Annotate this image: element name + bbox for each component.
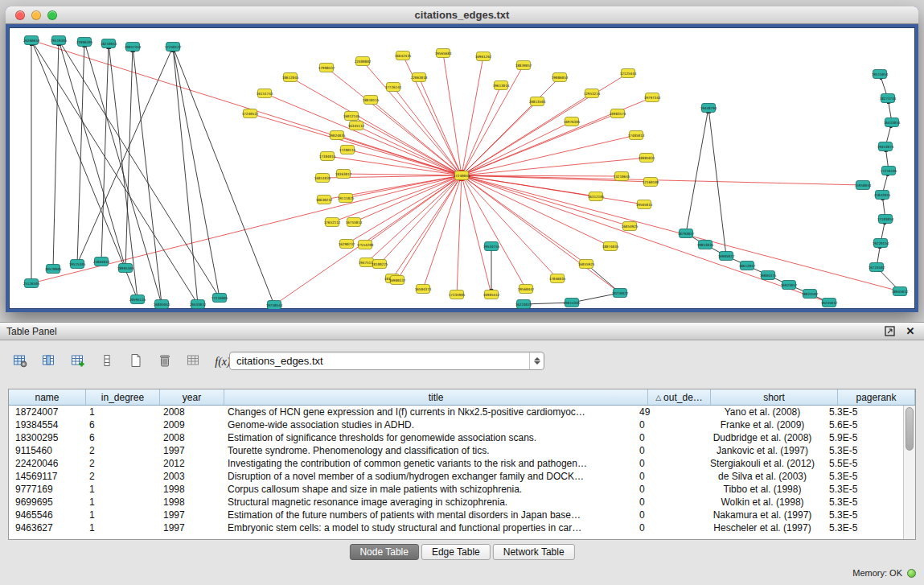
rows-button[interactable] [97, 352, 117, 372]
graph-node[interactable]: 19245012 [821, 299, 838, 307]
table-row[interactable]: 946554611997Estimation of the future num… [9, 509, 903, 521]
column-header-out_degree[interactable]: △out_de… [648, 389, 711, 405]
graph-node[interactable]: 22400802 [355, 57, 372, 66]
graph-node[interactable]: 18839057 [515, 61, 532, 70]
tab-edge-table[interactable]: Edge Table [421, 544, 491, 560]
column-header-short[interactable]: short [711, 389, 838, 405]
graph-node[interactable]: 20570905 [45, 265, 62, 274]
graph-node[interactable]: 16151743 [257, 89, 273, 98]
graph-node[interactable]: 19613014 [493, 81, 510, 90]
graph-node[interactable]: 16224035 [515, 300, 532, 309]
graph-node[interactable]: 17652112 [324, 218, 341, 227]
graph-node[interactable]: 18210043 [101, 39, 117, 48]
graph-node[interactable]: 19853035 [697, 241, 714, 249]
table-edit-button[interactable] [68, 352, 88, 372]
graph-node[interactable]: 18010115 [363, 96, 380, 105]
graph-node[interactable]: 16504373 [415, 285, 432, 294]
graph-node[interactable]: 17216105 [881, 167, 897, 175]
graph-node[interactable]: 16905412 [483, 290, 500, 299]
graph-node[interactable]: 16055925 [578, 260, 595, 269]
graph-node[interactable]: 18995305 [117, 264, 134, 273]
graph-node[interactable]: 18363017 [335, 170, 352, 179]
graph-node[interactable]: 17335905 [449, 290, 466, 299]
network-selector[interactable]: citations_edges.txt [229, 352, 544, 370]
table-row[interactable]: 946362711997Embryonic stem cells: a mode… [9, 521, 903, 534]
graph-node[interactable]: 16900337 [389, 276, 406, 285]
graph-node[interactable]: 16290737 [339, 240, 355, 249]
graph-node[interactable]: 16433054 [884, 118, 901, 127]
graph-node[interactable]: 17240122 [165, 43, 182, 51]
network-graph[interactable]: 1724004118612045179984372240080216642435… [9, 27, 915, 309]
graph-node[interactable]: 19448794 [700, 104, 717, 113]
graph-node[interactable]: 16851035 [314, 174, 331, 183]
window-titlebar[interactable]: citations_edges.txt [6, 6, 918, 24]
graph-node[interactable]: 18793057 [678, 229, 695, 238]
graph-node[interactable]: 12125443 [620, 69, 637, 78]
graph-node[interactable]: 16724502 [869, 263, 885, 272]
column-header-in_degree[interactable]: in_degree [86, 389, 160, 405]
table-columns-button[interactable] [39, 352, 60, 372]
graph-node[interactable]: 20814305 [564, 299, 581, 307]
graph-node[interactable]: 18985031 [639, 154, 655, 163]
close-panel-icon[interactable]: ✕ [905, 326, 916, 337]
tab-node-table[interactable]: Node Table [349, 544, 419, 560]
column-header-pagerank[interactable]: pagerank [838, 389, 915, 405]
graph-node[interactable]: 15958044 [855, 181, 872, 190]
graph-node[interactable]: 16961262 [475, 52, 492, 61]
scrollbar-thumb[interactable] [906, 407, 914, 451]
graph-node[interactable]: 19453074 [877, 142, 894, 151]
vertical-scrollbar[interactable] [903, 406, 915, 539]
graph-node[interactable]: 12160108 [643, 178, 659, 187]
graph-node[interactable]: 17216905 [211, 294, 228, 303]
graph-node[interactable]: 18100225 [372, 260, 388, 269]
table-row[interactable]: 2242004622012Investigating the contribut… [9, 457, 903, 470]
new-document-button[interactable] [125, 352, 146, 372]
graph-node[interactable]: 19024035 [329, 131, 346, 140]
table-settings-button[interactable] [10, 352, 31, 372]
graph-node[interactable]: 18273744 [880, 94, 897, 103]
graph-node[interactable]: 20595135 [129, 295, 146, 304]
graph-node[interactable]: 19515054 [872, 70, 889, 79]
tab-network-table[interactable]: Network Table [493, 544, 575, 560]
graph-node[interactable]: 16345112 [348, 122, 365, 130]
graph-node[interactable]: 16054925 [622, 222, 639, 231]
graph-node[interactable]: 13210645 [614, 172, 630, 181]
graph-node[interactable]: 19515305 [69, 260, 86, 269]
graph-node[interactable]: 17726141 [385, 83, 402, 92]
graph-node[interactable]: 19565683 [435, 49, 452, 58]
graph-node[interactable]: 19519305 [51, 36, 68, 45]
graph-node[interactable]: 17240522 [242, 109, 259, 118]
graph-node[interactable]: 26260650 [23, 36, 40, 45]
graph-node[interactable]: 17103054 [877, 215, 894, 224]
graph-node[interactable]: 20433012 [190, 300, 207, 309]
graph-node[interactable]: 18612057 [739, 262, 756, 270]
float-panel-icon[interactable] [884, 326, 895, 337]
graph-node[interactable]: 17384015 [319, 152, 336, 161]
column-header-year[interactable]: year [160, 389, 224, 405]
graph-node[interactable]: 17200115 [339, 146, 356, 154]
graph-node[interactable]: 21906305 [76, 38, 93, 47]
graph-node[interactable]: 16923057 [781, 281, 798, 290]
table-row[interactable]: 1830029562008Estimation of significance … [9, 431, 903, 444]
graph-node[interactable]: 17846035 [549, 274, 566, 283]
graph-node[interactable]: 16312105 [588, 192, 605, 201]
graph-node[interactable]: 17240041 [454, 171, 470, 180]
graph-node[interactable]: 19750543 [266, 301, 283, 310]
import-table-button[interactable] [183, 352, 204, 372]
graph-node[interactable]: 16012145 [343, 112, 360, 121]
graph-node[interactable]: 16805043 [154, 300, 170, 309]
graph-node[interactable]: 17554208 [357, 241, 374, 249]
graph-node[interactable]: 16905022 [718, 252, 735, 261]
graph-node[interactable]: 20813503 [529, 97, 546, 106]
graph-node[interactable]: 18612045 [282, 73, 299, 82]
graph-node[interactable]: 16976305 [564, 117, 581, 126]
network-canvas[interactable]: 1724004118612045179984372240080216642435… [6, 24, 918, 312]
graph-node[interactable]: 19804375 [760, 271, 777, 280]
column-header-name[interactable]: name [9, 389, 86, 405]
graph-node[interactable]: 19797343 [644, 93, 661, 102]
graph-node[interactable]: 18945012 [892, 287, 909, 296]
graph-node[interactable]: 18074035 [602, 242, 619, 251]
graph-node[interactable]: 19560447 [518, 285, 535, 294]
graph-node[interactable]: 19220154 [873, 239, 889, 248]
graph-node[interactable]: 19111025 [338, 194, 355, 203]
